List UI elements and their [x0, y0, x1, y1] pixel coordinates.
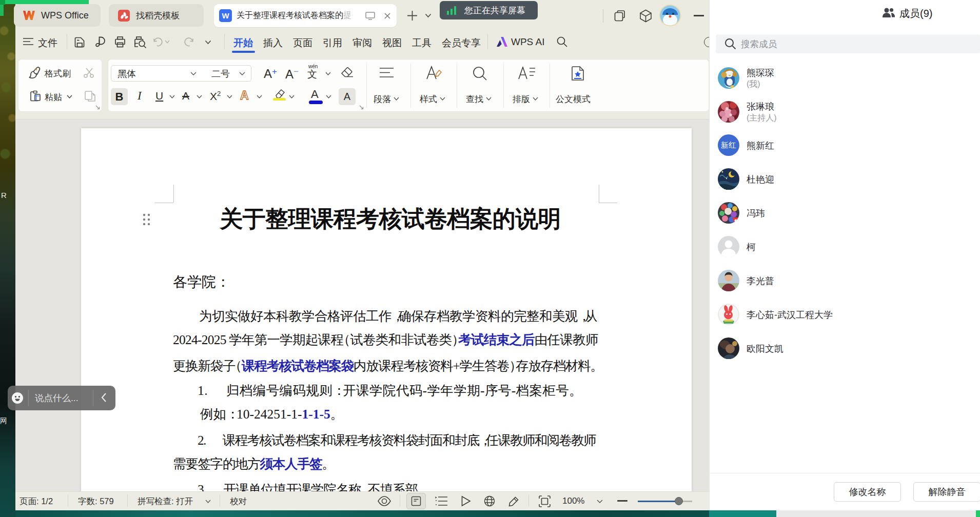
svg-text:W: W — [222, 11, 229, 20]
